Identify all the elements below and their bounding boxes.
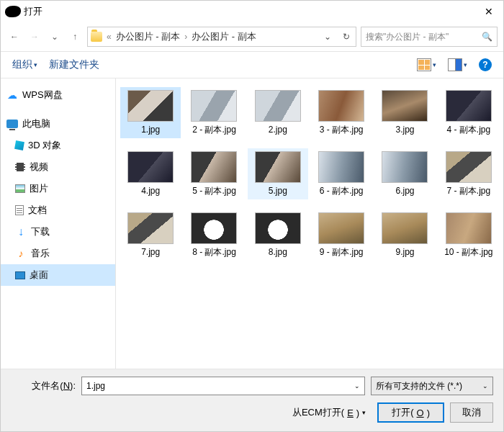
file-name: 2.jpg: [269, 125, 287, 135]
pc-icon: [6, 120, 18, 128]
file-item[interactable]: 3.jpg: [374, 87, 435, 138]
organize-button[interactable]: 组织▾: [8, 55, 42, 74]
file-item[interactable]: 5 - 副本.jpg: [184, 148, 244, 199]
address-dropdown[interactable]: ⌄: [320, 32, 336, 42]
preview-pane-button[interactable]: ▾: [444, 55, 472, 74]
close-icon[interactable]: ✕: [479, 3, 499, 20]
file-item[interactable]: 10 - 副本.jpg: [438, 210, 499, 261]
pic-icon: [15, 184, 25, 193]
view-mode-button[interactable]: ▾: [413, 55, 441, 74]
file-item[interactable]: 8 - 副本.jpg: [184, 210, 244, 261]
file-thumbnail: [255, 151, 301, 183]
file-thumbnail: [446, 90, 492, 122]
address-bar[interactable]: « 办公图片 - 副本 › 办公图片 - 副本 ⌄ ↻: [87, 27, 356, 47]
refresh-icon[interactable]: ↻: [340, 32, 353, 42]
search-icon: 🔍: [482, 32, 492, 42]
breadcrumb-part-0[interactable]: 办公图片 - 副本: [116, 30, 181, 43]
file-item[interactable]: 1.jpg: [120, 87, 181, 138]
chevron-right-icon: ›: [184, 32, 187, 42]
file-name: 8.jpg: [269, 247, 287, 258]
file-name: 10 - 副本.jpg: [444, 247, 492, 258]
file-thumbnail: [127, 90, 174, 122]
breadcrumb-part-1[interactable]: 办公图片 - 副本: [192, 30, 256, 43]
ecm-open-button[interactable]: 从ECM打开(E)▾: [292, 406, 366, 419]
file-name: 3 - 副本.jpg: [320, 125, 364, 135]
filename-input[interactable]: 1.jpg ⌄: [81, 377, 365, 395]
sidebar-item-pic[interactable]: 图片: [1, 178, 115, 199]
sidebar-item-label: WPS网盘: [22, 89, 63, 102]
file-name: 9 - 副本.jpg: [320, 247, 364, 258]
breadcrumb-sep: «: [107, 32, 112, 42]
file-type-filter[interactable]: 所有可支持的文件 (*.*) ⌄: [371, 377, 493, 395]
footer: 文件名(N): 1.jpg ⌄ 所有可支持的文件 (*.*) ⌄ 从ECM打开(…: [1, 369, 503, 431]
folder-icon: [91, 32, 102, 42]
file-name: 5.jpg: [269, 186, 287, 197]
window-title: 打开: [24, 5, 42, 18]
app-icon: [5, 6, 21, 17]
new-folder-button[interactable]: 新建文件夹: [45, 55, 104, 74]
nav-row: ← → ⌄ ↑ « 办公图片 - 副本 › 办公图片 - 副本 ⌄ ↻ 搜索"办…: [1, 22, 503, 51]
sidebar-item-cloud[interactable]: ☁WPS网盘: [1, 84, 115, 106]
file-item[interactable]: 4 - 副本.jpg: [438, 87, 499, 138]
file-item[interactable]: 8.jpg: [248, 210, 308, 261]
toolbar: 组织▾ 新建文件夹 ▾ ▾ ?: [1, 51, 503, 78]
recent-dropdown[interactable]: ⌄: [47, 29, 63, 45]
file-thumbnail: [382, 212, 428, 244]
cancel-button[interactable]: 取消: [450, 402, 493, 423]
sidebar-item-dl[interactable]: ↓下载: [1, 221, 115, 243]
open-dialog: 打开 ✕ ← → ⌄ ↑ « 办公图片 - 副本 › 办公图片 - 副本 ⌄ ↻…: [0, 0, 504, 432]
file-thumbnail: [255, 90, 301, 122]
file-name: 9.jpg: [395, 247, 414, 258]
file-item[interactable]: 9 - 副本.jpg: [311, 210, 372, 261]
file-item[interactable]: 5.jpg: [248, 148, 308, 199]
file-item[interactable]: 3 - 副本.jpg: [311, 87, 372, 138]
desk-icon: [15, 271, 25, 279]
sidebar-item-pc[interactable]: 此电脑: [1, 113, 115, 135]
music-icon: ♪: [15, 248, 27, 259]
file-thumbnail: [382, 90, 428, 122]
help-button[interactable]: ?: [474, 55, 496, 74]
up-button[interactable]: ↑: [67, 29, 83, 45]
file-name: 8 - 副本.jpg: [192, 247, 236, 258]
sidebar-item-label: 3D 对象: [28, 139, 61, 152]
file-thumbnail: [191, 212, 237, 244]
titlebar: 打开 ✕: [1, 1, 503, 22]
file-item[interactable]: 4.jpg: [120, 148, 181, 199]
sidebar-item-film[interactable]: 视频: [1, 156, 115, 178]
back-button[interactable]: ←: [6, 29, 22, 45]
file-item[interactable]: 6.jpg: [374, 148, 435, 199]
file-item[interactable]: 7 - 副本.jpg: [438, 148, 499, 199]
file-name: 1.jpg: [141, 125, 160, 135]
sidebar-item-music[interactable]: ♪音乐: [1, 243, 115, 264]
file-item[interactable]: 2.jpg: [248, 87, 308, 138]
chevron-down-icon[interactable]: ⌄: [482, 382, 488, 390]
file-item[interactable]: 2 - 副本.jpg: [184, 87, 244, 138]
file-item[interactable]: 7.jpg: [120, 210, 181, 261]
file-thumbnail: [191, 90, 237, 122]
file-thumbnail: [382, 151, 428, 183]
filename-label: 文件名(N):: [11, 379, 76, 392]
sidebar-item-label: 下载: [31, 225, 50, 238]
file-name: 5 - 副本.jpg: [192, 186, 236, 197]
sidebar-item-desk[interactable]: 桌面: [1, 264, 115, 286]
file-thumbnail: [255, 212, 301, 244]
file-name: 6 - 副本.jpg: [320, 186, 364, 197]
file-name: 4 - 副本.jpg: [446, 125, 490, 135]
file-grid: 1.jpg2 - 副本.jpg2.jpg3 - 副本.jpg3.jpg4 - 副…: [116, 78, 503, 369]
sidebar-item-cube[interactable]: 3D 对象: [1, 135, 115, 156]
file-item[interactable]: 9.jpg: [374, 210, 435, 261]
sidebar-item-doc[interactable]: 文档: [1, 199, 115, 221]
forward-button[interactable]: →: [27, 29, 42, 45]
file-name: 7.jpg: [141, 247, 160, 258]
chevron-down-icon[interactable]: ⌄: [354, 382, 360, 390]
file-item[interactable]: 6 - 副本.jpg: [311, 148, 372, 199]
search-input[interactable]: 搜索"办公图片 - 副本" 🔍: [361, 27, 498, 47]
file-thumbnail: [127, 151, 174, 183]
open-button[interactable]: 打开(O): [377, 402, 444, 423]
file-thumbnail: [127, 212, 174, 244]
file-thumbnail: [446, 212, 492, 244]
file-name: 2 - 副本.jpg: [192, 125, 236, 135]
file-name: 6.jpg: [395, 186, 414, 197]
sidebar-item-label: 图片: [30, 182, 48, 195]
sidebar-item-label: 桌面: [30, 269, 48, 282]
